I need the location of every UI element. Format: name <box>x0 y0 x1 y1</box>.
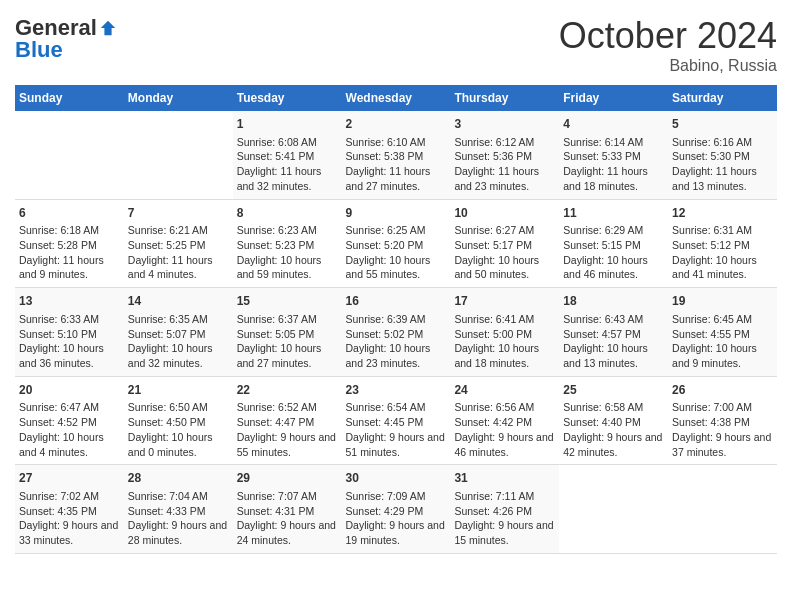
sunrise-text: Sunrise: 6:41 AM <box>454 313 534 325</box>
calendar-cell: 31Sunrise: 7:11 AMSunset: 4:26 PMDayligh… <box>450 465 559 554</box>
sunset-text: Sunset: 4:26 PM <box>454 505 532 517</box>
calendar-cell: 9Sunrise: 6:25 AMSunset: 5:20 PMDaylight… <box>342 199 451 288</box>
weekday-header-sunday: Sunday <box>15 85 124 111</box>
logo: General Blue <box>15 15 117 63</box>
weekday-header-monday: Monday <box>124 85 233 111</box>
day-number: 26 <box>672 382 773 399</box>
calendar-title: October 2024 <box>559 15 777 57</box>
calendar-table: SundayMondayTuesdayWednesdayThursdayFrid… <box>15 85 777 554</box>
week-row-5: 27Sunrise: 7:02 AMSunset: 4:35 PMDayligh… <box>15 465 777 554</box>
sunrise-text: Sunrise: 6:50 AM <box>128 401 208 413</box>
sunrise-text: Sunrise: 6:23 AM <box>237 224 317 236</box>
calendar-cell: 30Sunrise: 7:09 AMSunset: 4:29 PMDayligh… <box>342 465 451 554</box>
daylight-text: Daylight: 9 hours and 15 minutes. <box>454 519 553 546</box>
day-number: 6 <box>19 205 120 222</box>
calendar-cell: 3Sunrise: 6:12 AMSunset: 5:36 PMDaylight… <box>450 111 559 199</box>
daylight-text: Daylight: 11 hours and 23 minutes. <box>454 165 539 192</box>
calendar-cell: 7Sunrise: 6:21 AMSunset: 5:25 PMDaylight… <box>124 199 233 288</box>
calendar-cell: 21Sunrise: 6:50 AMSunset: 4:50 PMDayligh… <box>124 376 233 465</box>
sunset-text: Sunset: 4:52 PM <box>19 416 97 428</box>
daylight-text: Daylight: 9 hours and 42 minutes. <box>563 431 662 458</box>
day-number: 16 <box>346 293 447 310</box>
page-header: General Blue October 2024 Babino, Russia <box>15 15 777 75</box>
sunrise-text: Sunrise: 6:12 AM <box>454 136 534 148</box>
calendar-cell <box>559 465 668 554</box>
sunrise-text: Sunrise: 6:58 AM <box>563 401 643 413</box>
sunset-text: Sunset: 5:02 PM <box>346 328 424 340</box>
daylight-text: Daylight: 9 hours and 46 minutes. <box>454 431 553 458</box>
sunrise-text: Sunrise: 6:31 AM <box>672 224 752 236</box>
logo-icon <box>99 19 117 37</box>
daylight-text: Daylight: 10 hours and 59 minutes. <box>237 254 322 281</box>
sunset-text: Sunset: 5:15 PM <box>563 239 641 251</box>
week-row-3: 13Sunrise: 6:33 AMSunset: 5:10 PMDayligh… <box>15 288 777 377</box>
sunrise-text: Sunrise: 6:47 AM <box>19 401 99 413</box>
svg-marker-0 <box>101 21 115 35</box>
calendar-cell: 13Sunrise: 6:33 AMSunset: 5:10 PMDayligh… <box>15 288 124 377</box>
calendar-cell <box>124 111 233 199</box>
weekday-header-thursday: Thursday <box>450 85 559 111</box>
daylight-text: Daylight: 9 hours and 19 minutes. <box>346 519 445 546</box>
day-number: 12 <box>672 205 773 222</box>
sunset-text: Sunset: 5:00 PM <box>454 328 532 340</box>
sunset-text: Sunset: 4:42 PM <box>454 416 532 428</box>
sunset-text: Sunset: 5:05 PM <box>237 328 315 340</box>
daylight-text: Daylight: 9 hours and 28 minutes. <box>128 519 227 546</box>
daylight-text: Daylight: 10 hours and 27 minutes. <box>237 342 322 369</box>
daylight-text: Daylight: 10 hours and 9 minutes. <box>672 342 757 369</box>
sunrise-text: Sunrise: 6:27 AM <box>454 224 534 236</box>
sunrise-text: Sunrise: 6:33 AM <box>19 313 99 325</box>
daylight-text: Daylight: 10 hours and 13 minutes. <box>563 342 648 369</box>
day-number: 8 <box>237 205 338 222</box>
sunrise-text: Sunrise: 6:18 AM <box>19 224 99 236</box>
sunrise-text: Sunrise: 6:14 AM <box>563 136 643 148</box>
sunrise-text: Sunrise: 6:16 AM <box>672 136 752 148</box>
daylight-text: Daylight: 10 hours and 32 minutes. <box>128 342 213 369</box>
sunrise-text: Sunrise: 7:09 AM <box>346 490 426 502</box>
calendar-cell: 25Sunrise: 6:58 AMSunset: 4:40 PMDayligh… <box>559 376 668 465</box>
day-number: 31 <box>454 470 555 487</box>
sunrise-text: Sunrise: 6:35 AM <box>128 313 208 325</box>
calendar-cell: 19Sunrise: 6:45 AMSunset: 4:55 PMDayligh… <box>668 288 777 377</box>
daylight-text: Daylight: 10 hours and 23 minutes. <box>346 342 431 369</box>
daylight-text: Daylight: 11 hours and 32 minutes. <box>237 165 322 192</box>
daylight-text: Daylight: 10 hours and 41 minutes. <box>672 254 757 281</box>
day-number: 29 <box>237 470 338 487</box>
sunrise-text: Sunrise: 6:43 AM <box>563 313 643 325</box>
sunset-text: Sunset: 4:35 PM <box>19 505 97 517</box>
weekday-header-friday: Friday <box>559 85 668 111</box>
day-number: 7 <box>128 205 229 222</box>
day-number: 21 <box>128 382 229 399</box>
day-number: 17 <box>454 293 555 310</box>
sunrise-text: Sunrise: 6:45 AM <box>672 313 752 325</box>
day-number: 27 <box>19 470 120 487</box>
title-block: October 2024 Babino, Russia <box>559 15 777 75</box>
calendar-cell: 6Sunrise: 6:18 AMSunset: 5:28 PMDaylight… <box>15 199 124 288</box>
sunset-text: Sunset: 5:28 PM <box>19 239 97 251</box>
daylight-text: Daylight: 9 hours and 37 minutes. <box>672 431 771 458</box>
calendar-cell: 17Sunrise: 6:41 AMSunset: 5:00 PMDayligh… <box>450 288 559 377</box>
weekday-header-tuesday: Tuesday <box>233 85 342 111</box>
calendar-cell: 26Sunrise: 7:00 AMSunset: 4:38 PMDayligh… <box>668 376 777 465</box>
day-number: 14 <box>128 293 229 310</box>
calendar-cell <box>668 465 777 554</box>
sunset-text: Sunset: 5:20 PM <box>346 239 424 251</box>
sunset-text: Sunset: 4:57 PM <box>563 328 641 340</box>
daylight-text: Daylight: 9 hours and 33 minutes. <box>19 519 118 546</box>
sunrise-text: Sunrise: 6:10 AM <box>346 136 426 148</box>
calendar-cell: 22Sunrise: 6:52 AMSunset: 4:47 PMDayligh… <box>233 376 342 465</box>
day-number: 22 <box>237 382 338 399</box>
daylight-text: Daylight: 10 hours and 50 minutes. <box>454 254 539 281</box>
daylight-text: Daylight: 10 hours and 4 minutes. <box>19 431 104 458</box>
sunset-text: Sunset: 5:33 PM <box>563 150 641 162</box>
daylight-text: Daylight: 11 hours and 18 minutes. <box>563 165 648 192</box>
daylight-text: Daylight: 11 hours and 4 minutes. <box>128 254 213 281</box>
calendar-cell: 15Sunrise: 6:37 AMSunset: 5:05 PMDayligh… <box>233 288 342 377</box>
weekday-header-saturday: Saturday <box>668 85 777 111</box>
calendar-cell: 1Sunrise: 6:08 AMSunset: 5:41 PMDaylight… <box>233 111 342 199</box>
day-number: 3 <box>454 116 555 133</box>
daylight-text: Daylight: 10 hours and 46 minutes. <box>563 254 648 281</box>
day-number: 20 <box>19 382 120 399</box>
sunset-text: Sunset: 5:07 PM <box>128 328 206 340</box>
sunset-text: Sunset: 5:10 PM <box>19 328 97 340</box>
